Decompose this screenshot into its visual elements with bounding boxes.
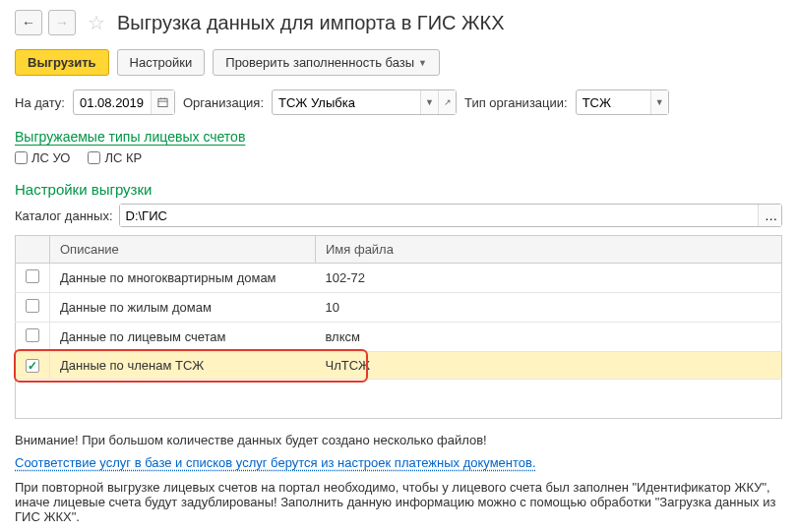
cb-ls-kr[interactable]: ЛС КР bbox=[88, 150, 142, 165]
browse-button[interactable]: … bbox=[758, 205, 781, 226]
row-file: 102-72 bbox=[316, 264, 782, 293]
org-type-dropdown-icon[interactable]: ▼ bbox=[650, 90, 668, 114]
chevron-down-icon: ▼ bbox=[418, 58, 427, 68]
row-file: 10 bbox=[316, 293, 782, 323]
row-desc: Данные по лицевым счетам bbox=[50, 323, 316, 352]
cb-ls-kr-box[interactable] bbox=[88, 151, 100, 164]
catalog-field[interactable] bbox=[120, 205, 759, 226]
row-desc: Данные по членам ТСЖ bbox=[50, 352, 316, 380]
org-label: Организация: bbox=[183, 95, 264, 110]
org-type-combo[interactable]: ▼ bbox=[576, 89, 669, 115]
row-checkbox[interactable]: ✓ bbox=[26, 359, 39, 373]
date-input[interactable] bbox=[73, 89, 175, 115]
col-file: Имя файла bbox=[316, 236, 782, 264]
settings-button-label: Настройки bbox=[130, 55, 193, 70]
favorite-star-icon[interactable]: ☆ bbox=[86, 12, 107, 33]
warning-2: При повторной выгрузке лицевых счетов на… bbox=[15, 480, 782, 524]
cb-ls-kr-label: ЛС КР bbox=[104, 150, 142, 165]
export-button-label: Выгрузить bbox=[28, 55, 96, 70]
services-link[interactable]: Соответствие услуг в базе и списков услу… bbox=[15, 455, 536, 470]
cb-ls-uo-box[interactable] bbox=[15, 151, 28, 164]
date-label: На дату: bbox=[15, 95, 65, 110]
export-settings-title: Настройки выгрузки bbox=[15, 181, 782, 198]
catalog-input[interactable]: … bbox=[119, 204, 783, 227]
col-checkbox bbox=[16, 236, 50, 264]
org-dropdown-icon[interactable]: ▼ bbox=[420, 90, 438, 114]
page-title: Выгрузка данных для импорта в ГИС ЖКХ bbox=[117, 12, 505, 34]
cb-ls-uo-label: ЛС УО bbox=[31, 150, 70, 165]
account-types-link[interactable]: Выгружаемые типы лицевых счетов bbox=[15, 129, 245, 145]
row-checkbox[interactable] bbox=[26, 299, 39, 313]
check-db-button[interactable]: Проверить заполненность базы ▼ bbox=[213, 49, 440, 76]
org-type-field[interactable] bbox=[577, 95, 650, 110]
export-button[interactable]: Выгрузить bbox=[15, 49, 109, 76]
cb-ls-uo[interactable]: ЛС УО bbox=[15, 150, 70, 165]
row-desc: Данные по многоквартирным домам bbox=[50, 264, 316, 293]
row-checkbox-cell[interactable] bbox=[16, 293, 50, 323]
settings-button[interactable]: Настройки bbox=[117, 49, 206, 76]
org-open-icon[interactable]: ↗ bbox=[438, 90, 456, 114]
row-checkbox-cell[interactable] bbox=[16, 323, 50, 352]
nav-forward-button[interactable]: → bbox=[48, 10, 76, 35]
org-combo[interactable]: ▼ ↗ bbox=[272, 89, 457, 115]
org-field[interactable] bbox=[273, 95, 420, 110]
date-field[interactable] bbox=[74, 95, 151, 110]
svg-rect-0 bbox=[158, 98, 167, 106]
org-type-label: Тип организации: bbox=[464, 95, 568, 110]
check-db-button-label: Проверить заполненность базы bbox=[225, 55, 414, 70]
table-row[interactable]: Данные по многоквартирным домам102-72 bbox=[16, 264, 782, 293]
table-row[interactable]: Данные по лицевым счетамвлксм bbox=[16, 323, 782, 352]
nav-back-button[interactable]: ← bbox=[15, 10, 42, 35]
catalog-label: Каталог данных: bbox=[15, 208, 113, 223]
row-checkbox[interactable] bbox=[26, 269, 39, 283]
calendar-icon[interactable] bbox=[151, 90, 174, 114]
table-row[interactable]: Данные по жилым домам10 bbox=[16, 293, 782, 323]
export-table: Описание Имя файла Данные по многокварти… bbox=[15, 235, 782, 380]
warning-1: Внимание! При большом количестве данных … bbox=[15, 433, 782, 447]
col-desc: Описание bbox=[50, 236, 316, 264]
table-empty-area bbox=[15, 380, 782, 419]
row-checkbox[interactable] bbox=[26, 328, 39, 342]
row-desc: Данные по жилым домам bbox=[50, 293, 316, 323]
row-checkbox-cell[interactable]: ✓ bbox=[16, 352, 50, 380]
table-row[interactable]: ✓Данные по членам ТСЖЧлТСЖ bbox=[16, 352, 782, 380]
row-file: влксм bbox=[316, 323, 782, 352]
row-file: ЧлТСЖ bbox=[316, 352, 782, 380]
row-checkbox-cell[interactable] bbox=[16, 264, 50, 293]
